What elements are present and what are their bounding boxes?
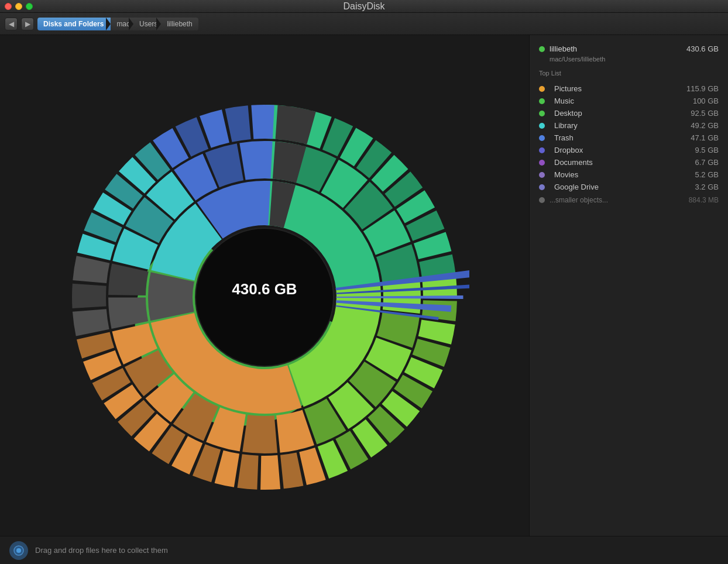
googledrive-dot	[539, 184, 545, 190]
disk-visualization: 430.6 GB 430.6 GB	[0, 35, 529, 536]
dropbox-dot	[539, 147, 545, 153]
pictures-size: 115.9 GB	[672, 84, 719, 93]
disk-size-label: 430.6 GB	[232, 280, 297, 298]
pictures-name: Pictures	[554, 84, 582, 93]
dropbox-size: 9.5 GB	[672, 146, 719, 154]
smaller-objects-row: ...smaller objects... 884.3 MB	[539, 194, 719, 206]
collect-icon	[9, 541, 28, 560]
breadcrumb-lilliebeth[interactable]: lilliebeth	[161, 18, 198, 30]
titlebar: DaisyDisk	[0, 0, 728, 13]
dropbox-name: Dropbox	[554, 146, 583, 154]
top-list-label: Top List	[539, 70, 719, 77]
library-name: Library	[554, 121, 578, 130]
bottombar-text: Drag and drop files here to collect them	[35, 546, 168, 555]
library-size: 49.2 GB	[672, 121, 719, 130]
minimize-button[interactable]	[15, 3, 22, 10]
close-button[interactable]	[5, 3, 12, 10]
trash-dot	[539, 135, 545, 141]
user-dot	[539, 46, 545, 52]
user-path: mac/Users/lilliebeth	[550, 56, 719, 63]
back-button[interactable]: ◀	[5, 18, 18, 30]
list-item-dropbox[interactable]: Dropbox 9.5 GB	[539, 144, 719, 156]
toolbar: ◀ ▶ Disks and Folders mac Users lilliebe…	[0, 13, 728, 35]
breadcrumb-disks[interactable]: Disks and Folders	[37, 18, 113, 30]
smaller-objects-size: 884.3 MB	[689, 196, 719, 204]
desktop-dot	[539, 111, 545, 116]
sidebar: lilliebeth 430.6 GB mac/Users/lilliebeth…	[529, 35, 728, 536]
music-dot	[539, 98, 545, 104]
list-item-pictures[interactable]: Pictures 115.9 GB	[539, 82, 719, 95]
user-size: 430.6 GB	[686, 44, 719, 53]
breadcrumb: Disks and Folders mac Users lilliebeth	[37, 18, 198, 30]
window-controls[interactable]	[5, 3, 33, 10]
maximize-button[interactable]	[26, 3, 33, 10]
movies-size: 5.2 GB	[672, 170, 719, 179]
forward-button[interactable]: ▶	[21, 18, 34, 30]
disk-chart[interactable]: 430.6 GB 430.6 GB	[60, 51, 469, 520]
main-content: 430.6 GB 430.6 GB lilliebeth 430.6 GB ma…	[0, 35, 728, 536]
list-item-desktop[interactable]: Desktop 92.5 GB	[539, 107, 719, 119]
bottombar: Drag and drop files here to collect them	[0, 536, 728, 564]
movies-dot	[539, 172, 545, 178]
list-item-music[interactable]: Music 100 GB	[539, 95, 719, 107]
list-item-trash[interactable]: Trash 47.1 GB	[539, 132, 719, 144]
documents-size: 6.7 GB	[672, 158, 719, 167]
desktop-name: Desktop	[554, 109, 582, 118]
googledrive-size: 3.2 GB	[672, 183, 719, 191]
smaller-objects-dot	[539, 197, 545, 203]
trash-size: 47.1 GB	[672, 133, 719, 142]
list-item-googledrive[interactable]: Google Drive 3.2 GB	[539, 181, 719, 193]
googledrive-name: Google Drive	[554, 183, 599, 191]
pictures-dot	[539, 86, 545, 92]
desktop-size: 92.5 GB	[672, 109, 719, 118]
user-name: lilliebeth	[550, 44, 577, 53]
documents-dot	[539, 160, 545, 166]
user-header: lilliebeth 430.6 GB	[539, 44, 719, 53]
music-name: Music	[554, 97, 574, 105]
music-size: 100 GB	[672, 97, 719, 105]
smaller-objects-label: ...smaller objects...	[550, 196, 608, 204]
list-item-documents[interactable]: Documents 6.7 GB	[539, 156, 719, 168]
documents-name: Documents	[554, 158, 593, 167]
window-title: DaisyDisk	[343, 1, 384, 12]
movies-name: Movies	[554, 170, 578, 179]
list-item-movies[interactable]: Movies 5.2 GB	[539, 168, 719, 181]
trash-name: Trash	[554, 133, 574, 142]
library-dot	[539, 123, 545, 129]
svg-point-4	[16, 548, 21, 553]
list-item-library[interactable]: Library 49.2 GB	[539, 119, 719, 132]
